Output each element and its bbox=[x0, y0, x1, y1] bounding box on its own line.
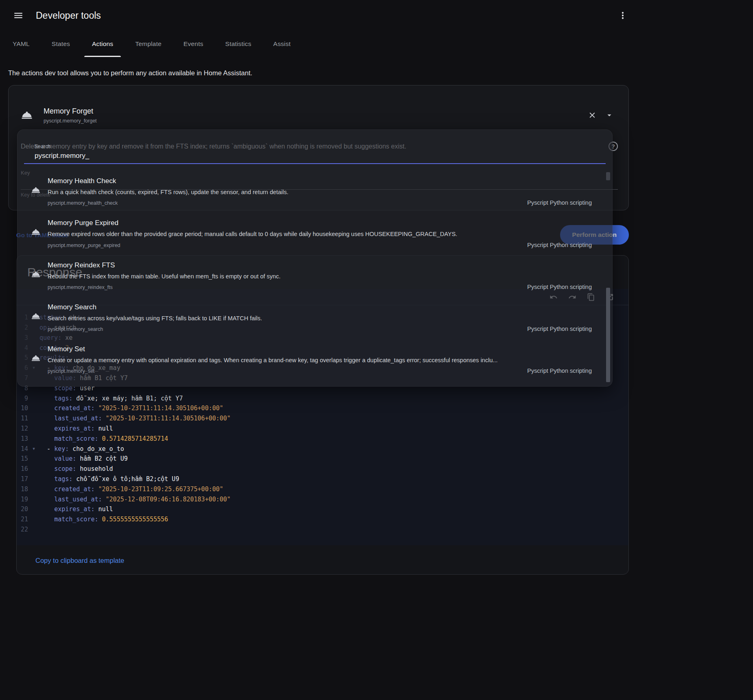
code-line: 17 tags: chỗ đỗ xe ô tô;hầm B2;cột U9 bbox=[17, 474, 628, 484]
search-result-meta: pyscript.memory_purge_expired Pyscript P… bbox=[48, 242, 600, 248]
search-result-item[interactable]: Memory Set Create or update a memory ent… bbox=[18, 339, 612, 381]
action-picker-header: Memory Forget pyscript.memory_forget bbox=[21, 107, 618, 124]
room-service-icon bbox=[24, 261, 48, 290]
menu-button[interactable] bbox=[11, 8, 26, 23]
search-result-integration: Pyscript Python scripting bbox=[527, 284, 600, 290]
search-result-meta: pyscript.memory_health_check Pyscript Py… bbox=[48, 199, 600, 206]
code-line: 19 last_used_at: "2025-12-08T09:46:16.82… bbox=[17, 494, 628, 505]
tab-assist[interactable]: Assist bbox=[262, 31, 302, 57]
tab-yaml[interactable]: YAML bbox=[2, 31, 41, 57]
copy-template-link[interactable]: Copy to clipboard as template bbox=[35, 557, 124, 564]
search-results-list: Memory Health Check Run a quick health c… bbox=[18, 171, 612, 381]
search-result-description: Run a quick health check (counts, expire… bbox=[48, 188, 600, 196]
room-service-icon bbox=[24, 219, 48, 248]
room-service-icon bbox=[24, 177, 48, 206]
action-service-id: pyscript.memory_forget bbox=[44, 118, 584, 124]
hamburger-icon bbox=[13, 10, 24, 21]
search-result-integration: Pyscript Python scripting bbox=[527, 326, 600, 332]
search-result-meta: pyscript.memory_set Pyscript Python scri… bbox=[48, 368, 600, 374]
action-search-dialog: Search Memory Health Check Run a quick h… bbox=[17, 129, 613, 387]
room-service-icon bbox=[24, 345, 48, 374]
search-result-title: Memory Set bbox=[48, 345, 600, 353]
search-field: Search bbox=[18, 130, 612, 160]
tab-template[interactable]: Template bbox=[124, 31, 173, 57]
overflow-menu-button[interactable] bbox=[615, 8, 630, 23]
app-bar: Developer tools bbox=[0, 0, 637, 31]
page-title: Developer tools bbox=[36, 10, 101, 21]
kebab-menu-icon bbox=[617, 10, 628, 21]
code-line: 18 created_at: "2025-10-23T11:09:25.6673… bbox=[17, 484, 628, 494]
dialog-scrollbar bbox=[606, 172, 610, 382]
search-result-description: Rebuild the FTS index from the main tabl… bbox=[48, 272, 600, 280]
search-result-service-id: pyscript.memory_search bbox=[48, 326, 103, 332]
clear-action-button[interactable] bbox=[584, 107, 601, 124]
tab-states[interactable]: States bbox=[41, 31, 81, 57]
search-result-integration: Pyscript Python scripting bbox=[527, 199, 600, 206]
action-picker-names: Memory Forget pyscript.memory_forget bbox=[44, 107, 584, 124]
dev-tools-tabs: YAML States Actions Template Events Stat… bbox=[0, 31, 637, 57]
code-line: 9 tags: đỗ xe; xe máy; hầm B1; cột Y7 bbox=[17, 394, 628, 404]
search-result-service-id: pyscript.memory_health_check bbox=[48, 200, 118, 206]
search-result-item[interactable]: Memory Health Check Run a quick health c… bbox=[18, 171, 612, 212]
close-icon bbox=[588, 111, 597, 120]
search-result-item[interactable]: Memory Search Search entries across key/… bbox=[18, 297, 612, 339]
search-field-label: Search bbox=[35, 144, 596, 149]
code-line: 20 expires_at: null bbox=[17, 504, 628, 514]
search-result-meta: pyscript.memory_reindex_fts Pyscript Pyt… bbox=[48, 284, 600, 290]
tab-statistics[interactable]: Statistics bbox=[214, 31, 262, 57]
code-line: 15 value: hầm B2 cột U9 bbox=[17, 454, 628, 464]
search-field-underline bbox=[24, 163, 606, 164]
search-result-description: Create or update a memory entry with opt… bbox=[48, 356, 600, 364]
search-result-main: Memory Purge Expired Remove expired rows… bbox=[48, 219, 600, 248]
developer-tools-page: Developer tools YAML States Actions Temp… bbox=[0, 0, 637, 700]
search-result-integration: Pyscript Python scripting bbox=[527, 368, 600, 374]
search-result-description: Search entries across key/value/tags usi… bbox=[48, 314, 600, 322]
search-result-main: Memory Reindex FTS Rebuild the FTS index… bbox=[48, 261, 600, 290]
search-result-service-id: pyscript.memory_purge_expired bbox=[48, 243, 120, 248]
code-line: 22 bbox=[17, 525, 628, 535]
code-line: 10 created_at: "2025-10-23T11:11:14.3051… bbox=[17, 403, 628, 413]
search-result-title: Memory Reindex FTS bbox=[48, 261, 600, 269]
scrollbar-thumb[interactable] bbox=[606, 288, 610, 382]
code-line: 13 match_score: 0.5714285714285714 bbox=[17, 434, 628, 444]
search-result-integration: Pyscript Python scripting bbox=[527, 242, 600, 248]
scrollbar-top-segment[interactable] bbox=[606, 172, 610, 180]
tab-actions[interactable]: Actions bbox=[81, 31, 124, 57]
code-line: 12 expires_at: null bbox=[17, 424, 628, 434]
room-service-icon bbox=[21, 109, 33, 121]
action-dropdown-toggle[interactable] bbox=[601, 107, 618, 124]
intro-text: The actions dev tool allows you to perfo… bbox=[8, 69, 637, 77]
search-result-title: Memory Purge Expired bbox=[48, 219, 600, 227]
search-result-service-id: pyscript.memory_reindex_fts bbox=[48, 284, 113, 290]
search-result-main: Memory Set Create or update a memory ent… bbox=[48, 345, 600, 374]
search-input[interactable] bbox=[35, 152, 279, 160]
search-result-item[interactable]: Memory Reindex FTS Rebuild the FTS index… bbox=[18, 255, 612, 297]
code-line: 11 last_used_at: "2025-10-23T11:11:14.30… bbox=[17, 413, 628, 424]
search-result-description: Remove expired rows older than the provi… bbox=[48, 230, 600, 238]
search-result-item[interactable]: Memory Purge Expired Remove expired rows… bbox=[18, 212, 612, 254]
search-result-title: Memory Health Check bbox=[48, 177, 600, 185]
search-result-main: Memory Search Search entries across key/… bbox=[48, 303, 600, 332]
search-result-title: Memory Search bbox=[48, 303, 600, 311]
room-service-icon bbox=[24, 303, 48, 332]
search-result-main: Memory Health Check Run a quick health c… bbox=[48, 177, 600, 206]
search-result-service-id: pyscript.memory_set bbox=[48, 368, 94, 374]
action-name: Memory Forget bbox=[44, 107, 584, 116]
code-line: 16 scope: household bbox=[17, 464, 628, 474]
search-result-meta: pyscript.memory_search Pyscript Python s… bbox=[48, 326, 600, 332]
code-line: 21 match_score: 0.5555555555555556 bbox=[17, 514, 628, 525]
code-line: 14▾ - key: cho_do_xe_o_to bbox=[17, 444, 628, 454]
chevron-down-icon bbox=[605, 111, 614, 120]
tab-events[interactable]: Events bbox=[173, 31, 215, 57]
